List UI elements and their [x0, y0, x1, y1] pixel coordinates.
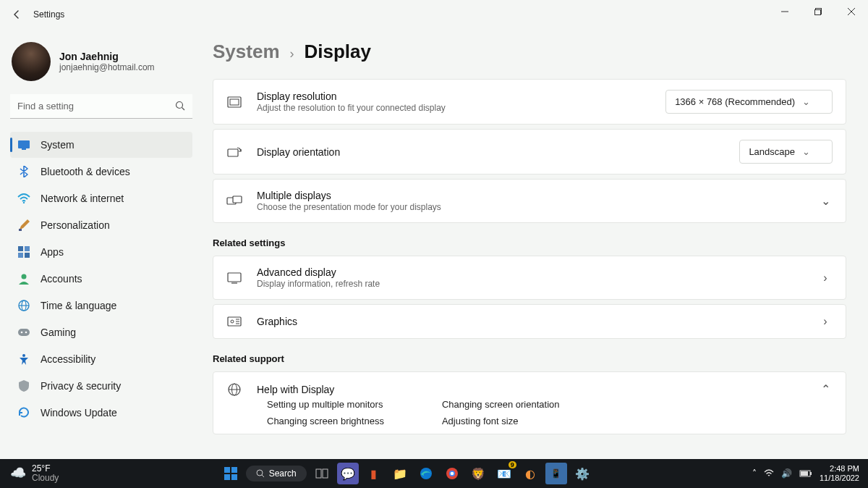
chevron-right-icon: ›: [818, 315, 833, 328]
teams-icon[interactable]: 💬: [337, 463, 359, 484]
chrome-icon[interactable]: [441, 463, 463, 484]
nav-accessibility[interactable]: Accessibility: [10, 346, 192, 372]
svg-point-20: [21, 332, 23, 334]
taskbar-search[interactable]: Search: [246, 466, 307, 481]
content-pane: System › Display Display resolution Adju…: [203, 29, 868, 459]
svg-rect-2: [815, 10, 821, 15]
back-button[interactable]: [6, 4, 27, 25]
start-button[interactable]: [220, 463, 242, 484]
help-link[interactable]: Adjusting font size: [442, 416, 560, 426]
svg-point-21: [25, 332, 27, 334]
clock-date: 11/18/2022: [820, 474, 859, 483]
svg-rect-27: [233, 196, 242, 203]
nav-bluetooth[interactable]: Bluetooth & devices: [10, 159, 192, 185]
setting-label: Advanced display: [257, 266, 804, 278]
setting-advanced-display[interactable]: Advanced display Display information, re…: [213, 256, 846, 300]
nav-windows-update[interactable]: Windows Update: [10, 400, 192, 426]
svg-rect-51: [810, 472, 812, 475]
nav-personalization[interactable]: Personalization: [10, 212, 192, 238]
user-block[interactable]: Jon Jaehnig jonjaehnig@hotmail.com: [12, 42, 192, 81]
wifi-icon: [17, 192, 30, 205]
svg-rect-45: [323, 469, 328, 478]
help-link[interactable]: Changing screen orientation: [442, 399, 560, 410]
nav-time-language[interactable]: Time & language: [10, 293, 192, 319]
gaming-icon: [17, 326, 30, 339]
help-link[interactable]: Setting up multiple monitors: [267, 399, 384, 410]
chevron-right-icon: ›: [818, 272, 833, 285]
weather-icon: ☁️: [10, 466, 26, 481]
svg-rect-39: [231, 467, 237, 473]
nav-system[interactable]: System: [10, 132, 192, 158]
taskbar-clock[interactable]: 2:48 PM 11/18/2022: [820, 464, 859, 482]
chevron-down-icon: ⌄: [802, 96, 810, 107]
monitor-icon: [226, 272, 242, 284]
svg-rect-13: [18, 253, 23, 258]
window-title: Settings: [33, 9, 64, 20]
battery-tray-icon[interactable]: [799, 470, 812, 477]
sidebar: Jon Jaehnig jonjaehnig@hotmail.com Syste…: [0, 29, 203, 459]
nav-label: Privacy & security: [41, 380, 121, 392]
file-explorer-icon[interactable]: 📁: [389, 463, 411, 484]
select-value: 1366 × 768 (Recommended): [675, 96, 795, 107]
orientation-icon: [226, 146, 242, 158]
svg-rect-40: [224, 474, 230, 480]
resolution-select[interactable]: 1366 × 768 (Recommended) ⌄: [665, 90, 833, 114]
orientation-select[interactable]: Landscape ⌄: [739, 140, 833, 164]
nav-label: System: [41, 139, 75, 151]
svg-point-22: [22, 354, 25, 357]
nav-apps[interactable]: Apps: [10, 239, 192, 265]
search-input[interactable]: [10, 94, 192, 119]
bluetooth-icon: [17, 165, 30, 178]
office-icon[interactable]: ▮: [363, 463, 385, 484]
tray-overflow-icon[interactable]: ˄: [752, 468, 757, 479]
graphics-icon: [226, 316, 242, 327]
close-button[interactable]: [835, 0, 868, 23]
edge-icon[interactable]: [415, 463, 437, 484]
setting-multiple-displays[interactable]: Multiple displays Choose the presentatio…: [213, 179, 846, 223]
nav-label: Time & language: [41, 300, 116, 311]
nav-privacy[interactable]: Privacy & security: [10, 373, 192, 399]
select-value: Landscape: [749, 146, 795, 157]
help-link[interactable]: Changing screen brightness: [267, 416, 384, 426]
task-view-icon[interactable]: [311, 463, 333, 484]
app-icon[interactable]: ◐: [519, 463, 541, 484]
settings-taskbar-icon[interactable]: ⚙️: [571, 463, 593, 484]
brave-icon[interactable]: 🦁: [467, 463, 489, 484]
calculator-icon[interactable]: 📱: [545, 463, 567, 484]
shield-icon: [17, 379, 30, 392]
taskbar-weather[interactable]: ☁️ 25°F Cloudy: [0, 464, 69, 483]
setting-label: Display orientation: [257, 146, 725, 158]
svg-rect-19: [18, 329, 30, 336]
nav-label: Apps: [41, 246, 64, 258]
chevron-down-icon: ⌄: [802, 146, 810, 157]
nav-network[interactable]: Network & internet: [10, 185, 192, 211]
breadcrumb-parent[interactable]: System: [213, 41, 280, 63]
help-with-display: Help with Display ⌃ Setting up multiple …: [213, 371, 846, 434]
volume-tray-icon[interactable]: 🔊: [781, 468, 792, 479]
page-title: Display: [305, 41, 372, 63]
breadcrumb: System › Display: [213, 41, 846, 63]
svg-rect-7: [18, 140, 30, 148]
chevron-up-icon[interactable]: ⌃: [818, 382, 833, 396]
svg-line-6: [182, 108, 185, 111]
svg-rect-28: [228, 273, 241, 282]
svg-point-15: [22, 274, 27, 279]
svg-rect-8: [22, 148, 26, 150]
svg-rect-14: [25, 253, 30, 258]
setting-graphics[interactable]: Graphics ›: [213, 304, 846, 339]
minimize-button[interactable]: [768, 0, 801, 23]
globe-icon: [17, 299, 30, 312]
maximize-button[interactable]: [801, 0, 835, 23]
apps-icon: [17, 245, 30, 258]
setting-sub: Choose the presentation mode for your di…: [257, 202, 804, 212]
svg-rect-10: [19, 229, 22, 231]
svg-point-49: [450, 472, 454, 476]
nav-gaming[interactable]: Gaming: [10, 319, 192, 345]
setting-display-orientation: Display orientation Landscape ⌄: [213, 129, 846, 174]
user-email: jonjaehnig@hotmail.com: [59, 62, 155, 72]
mail-icon[interactable]: 📧: [493, 463, 515, 484]
nav-accounts[interactable]: Accounts: [10, 266, 192, 292]
wifi-tray-icon[interactable]: [764, 469, 774, 478]
settings-search[interactable]: [10, 94, 192, 119]
setting-label: Help with Display: [257, 384, 804, 395]
